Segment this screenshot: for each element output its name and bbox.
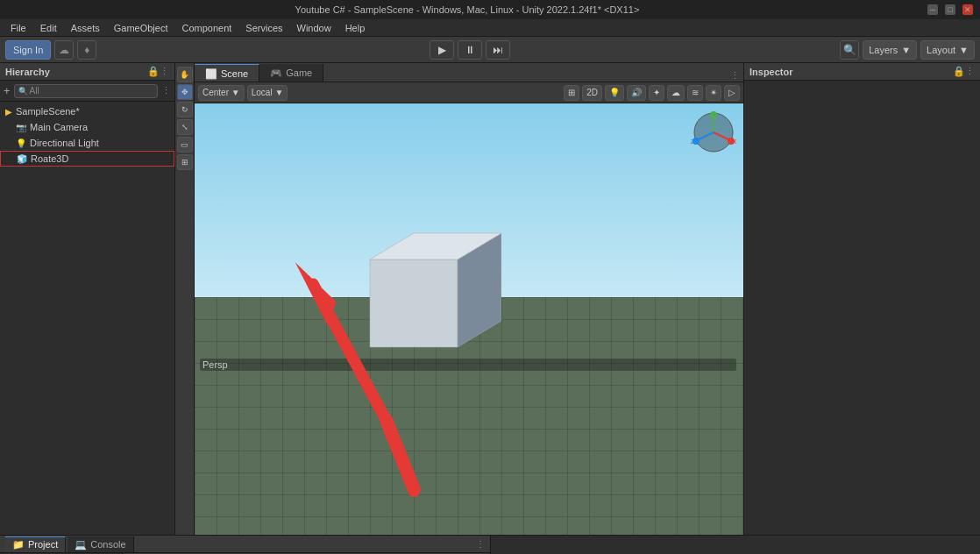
game-tab-label: Game [286, 64, 312, 82]
collab-button[interactable]: ♦ [77, 40, 96, 60]
tab-scene[interactable]: ⬜ Scene [195, 64, 259, 82]
menu-services[interactable]: Services [238, 19, 289, 37]
light-label: Directional Light [30, 138, 99, 148]
project-tab-icon: 📁 [12, 536, 25, 552]
scene-main: ✋ ✥ ↻ ⤡ ▭ ⊞ ⬜ Scene 🎮 Game [175, 63, 743, 535]
fog-button[interactable]: ≋ [687, 85, 703, 101]
camera-icon: 📷 [16, 123, 26, 132]
2d-button[interactable]: 2D [582, 85, 602, 101]
console-tab-label: Console [90, 536, 125, 552]
svg-text:Z: Z [691, 138, 695, 145]
svg-text:Y: Y [712, 110, 716, 117]
signin-button[interactable]: Sign In [5, 40, 51, 60]
inspector-lock-icon[interactable]: 🔒 [953, 66, 965, 77]
inspector-more-icon[interactable]: ⋮ [965, 66, 975, 77]
grid-button[interactable]: ⊞ [564, 85, 579, 101]
main-area: Hierarchy 🔒 ⋮ + 🔍 All ⋮ ▶ SampleScene* 📷… [0, 63, 980, 535]
local-dropdown[interactable]: Local ▼ [247, 85, 288, 101]
layers-dropdown[interactable]: Layers ▼ [863, 40, 917, 60]
hierarchy-title: Hierarchy [5, 67, 147, 77]
light-button[interactable]: 💡 [605, 85, 624, 101]
hierarchy-item-directionallight[interactable]: 💡 Directional Light [0, 135, 174, 151]
hierarchy-lock-icon: 🔒 [147, 66, 160, 77]
title-text: Youtube C# - SampleScene - Windows, Mac,… [7, 4, 927, 15]
menu-gameobject[interactable]: GameObject [107, 19, 175, 37]
tab-game[interactable]: 🎮 Game [259, 64, 323, 82]
layers-label: Layers [869, 45, 898, 55]
bottom-area: 📁 Project 💻 Console ⋮ ★ Favorites 🔍 [0, 535, 980, 554]
scene-more-icon[interactable]: ⋮ [730, 70, 740, 82]
hierarchy-search[interactable]: 🔍 All [14, 84, 158, 98]
center-dropdown[interactable]: Center ▼ [198, 85, 245, 101]
menubar: File Edit Assets GameObject Component Se… [0, 19, 980, 37]
pause-button[interactable]: ⏸ [458, 40, 482, 60]
flare-button[interactable]: ✴ [706, 85, 721, 101]
close-button[interactable]: ✕ [962, 4, 973, 15]
menu-assets[interactable]: Assets [64, 19, 107, 37]
play-button[interactable]: ▶ [430, 40, 454, 60]
hierarchy-more-icon[interactable]: ⋮ [160, 66, 169, 77]
scene-tab-icon: ⬜ [205, 65, 217, 82]
minimize-button[interactable]: ─ [927, 4, 938, 15]
hierarchy-item-rotate3d[interactable]: 🧊 Roate3D [0, 151, 174, 167]
console-tab-icon: 💻 [75, 536, 87, 552]
scene-background: Y X Z Persp [195, 103, 743, 535]
tab-project[interactable]: 📁 Project [5, 536, 66, 552]
hierarchy-item-samplescene[interactable]: ▶ SampleScene* [0, 103, 174, 119]
bottom-right-panel [491, 536, 980, 554]
cloud-button[interactable]: ☁ [54, 40, 74, 60]
game-tab-icon: 🎮 [270, 64, 282, 82]
menu-help[interactable]: Help [338, 19, 373, 37]
rotate-tool-button[interactable]: ↻ [177, 102, 193, 117]
layout-label: Layout [927, 45, 955, 55]
scene-label: SampleScene* [16, 106, 80, 117]
inspector-title: Inspector [749, 67, 953, 77]
project-tabs: 📁 Project 💻 Console [5, 536, 134, 552]
menu-file[interactable]: File [4, 19, 33, 37]
menu-edit[interactable]: Edit [33, 19, 64, 37]
svg-marker-0 [370, 259, 458, 347]
scene-toolbar: Center ▼ Local ▼ ⊞ 2D 💡 🔊 ✦ ☁ ≋ ✴ ▷ [195, 82, 743, 103]
hierarchy-toolbar: + 🔍 All ⋮ [0, 81, 174, 102]
layers-chevron-icon: ▼ [901, 45, 911, 55]
titlebar: Youtube C# - SampleScene - Windows, Mac,… [0, 0, 980, 19]
project-tab-label: Project [28, 536, 58, 552]
svg-text:X: X [733, 138, 737, 145]
scene-icon: ▶ [5, 107, 12, 117]
project-toolbar-icon: ⋮ [476, 539, 485, 549]
scene-tab-options: ⋮ [727, 70, 743, 82]
project-panel: 📁 Project 💻 Console ⋮ ★ Favorites 🔍 [0, 536, 491, 554]
object-icon: 🧊 [17, 154, 27, 164]
hierarchy-item-maincamera[interactable]: 📷 Main Camera [0, 119, 174, 135]
tab-console[interactable]: 💻 Console [67, 536, 133, 552]
rect-tool-button[interactable]: ▭ [177, 137, 193, 153]
scene-tab-label: Scene [221, 65, 248, 82]
scene-viewport[interactable]: Y X Z Persp [195, 103, 743, 535]
transform-tool-button[interactable]: ⊞ [177, 154, 193, 170]
persp-label: Persp [200, 359, 736, 371]
skybox-button[interactable]: ☁ [667, 85, 685, 101]
menu-component[interactable]: Component [174, 19, 238, 37]
hierarchy-search-icon: 🔍 [18, 87, 28, 96]
animated-button[interactable]: ▷ [724, 85, 740, 101]
hand-tool-button[interactable]: ✋ [177, 67, 193, 82]
signin-area: Sign In ☁ ♦ [5, 40, 96, 60]
scale-tool-button[interactable]: ⤡ [177, 119, 193, 135]
toolbar: Sign In ☁ ♦ ▶ ⏸ ⏭ 🔍 Layers ▼ Layout ▼ [0, 37, 980, 63]
audio-button[interactable]: 🔊 [627, 85, 646, 101]
inspector-header: Inspector 🔒 ⋮ [744, 63, 980, 81]
move-tool-button[interactable]: ✥ [177, 84, 193, 100]
maximize-button[interactable]: □ [945, 4, 955, 15]
object-label: Roate3D [31, 153, 68, 164]
inspector-panel: Inspector 🔒 ⋮ [743, 63, 980, 535]
step-button[interactable]: ⏭ [486, 40, 510, 60]
hierarchy-options-icon[interactable]: ⋮ [161, 85, 171, 96]
fx-button[interactable]: ✦ [649, 85, 664, 101]
window-controls: ─ □ ✕ [927, 4, 973, 15]
search-icon[interactable]: 🔍 [840, 40, 859, 60]
hierarchy-content: ▶ SampleScene* 📷 Main Camera 💡 Direction… [0, 102, 174, 535]
hierarchy-add-button[interactable]: + [4, 84, 11, 97]
layout-dropdown[interactable]: Layout ▼ [920, 40, 975, 60]
camera-label: Main Camera [30, 122, 88, 132]
menu-window[interactable]: Window [290, 19, 338, 37]
